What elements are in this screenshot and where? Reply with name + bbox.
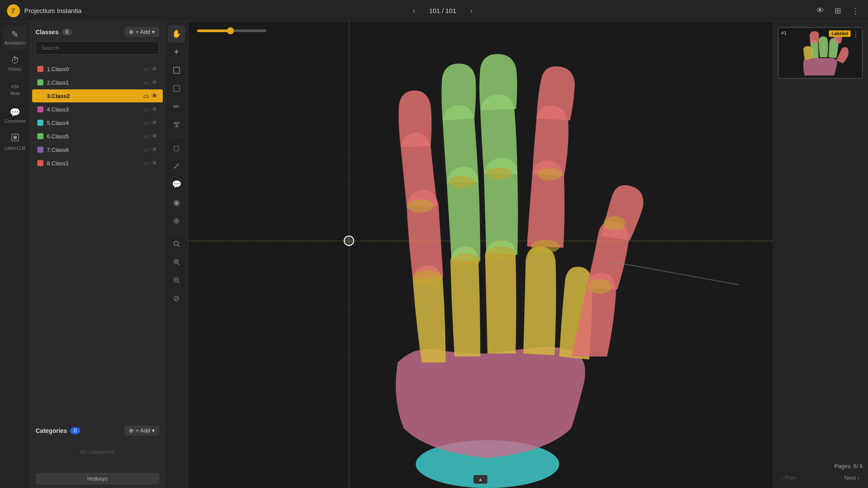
stamp-tool[interactable] xyxy=(168,116,185,134)
add-category-label: + Add xyxy=(135,427,150,434)
categories-title: Categories xyxy=(36,427,67,434)
thumbnail-badge: #1 xyxy=(781,30,786,36)
hotkeys-button[interactable]: Hotkeys xyxy=(36,473,159,485)
pages-info: Pages: 6/ 6 ‹ Prev Next › xyxy=(778,463,863,483)
class-actions: ▭ 👁 xyxy=(143,66,158,72)
image-slider[interactable] xyxy=(197,29,266,32)
hand-annotation-canvas[interactable] xyxy=(201,22,773,488)
class-list-item[interactable]: 1.Class0 ▭ 👁 xyxy=(32,62,163,75)
comments-icon: 💬 xyxy=(10,107,20,118)
class-shape-icon[interactable]: ▭ xyxy=(143,92,149,99)
annotation-label: Annotation xyxy=(5,41,26,46)
class-visibility-icon[interactable]: 👁 xyxy=(151,106,158,113)
svg-rect-3 xyxy=(174,67,180,73)
poly-tool[interactable] xyxy=(168,80,185,97)
svg-point-13 xyxy=(449,176,475,188)
canvas-area[interactable]: ▲ xyxy=(188,22,773,488)
globe-tool[interactable]: ◉ xyxy=(168,194,185,211)
class-actions: ▭ 👁 xyxy=(143,133,158,140)
class-name: 4.Class3 xyxy=(47,106,140,113)
class-shape-icon[interactable]: ▭ xyxy=(143,160,149,167)
thumbnail-container: #1 Labeled ⋮ xyxy=(778,27,863,79)
smart-tool[interactable]: ✦ xyxy=(168,43,185,61)
slider-track[interactable] xyxy=(197,29,266,32)
class-shape-icon[interactable]: ▭ xyxy=(143,146,149,153)
prev-page-button[interactable]: ‹ Prev xyxy=(778,473,800,483)
sidebar-item-history[interactable]: ⏱ History xyxy=(3,51,27,75)
pages-nav: ‹ Prev Next › xyxy=(778,473,863,483)
class-list-item[interactable]: 6.Class5 ▭ 👁 xyxy=(32,130,163,143)
class-list-item[interactable]: 2.Class1 ▭ 👁 xyxy=(32,76,163,89)
layout-icon[interactable]: ⊞ xyxy=(833,4,843,17)
class-actions: ▭ 👁 xyxy=(143,92,158,99)
class-list-item[interactable]: 4.Class3 ▭ 👁 xyxy=(32,103,163,116)
svg-point-10 xyxy=(413,270,443,285)
categories-header-left: Categories 0 xyxy=(36,427,80,434)
move-tool[interactable]: ⤢ xyxy=(168,157,185,175)
zoom-in2-tool[interactable] xyxy=(168,253,185,271)
class-visibility-icon[interactable]: 👁 xyxy=(151,133,158,140)
comments-label: Comments xyxy=(4,119,25,124)
sidebar-item-label-llm[interactable]: Label-LLM xyxy=(3,129,27,154)
classes-badge: 8 xyxy=(62,29,72,36)
hand-tool[interactable]: ✋ xyxy=(168,25,185,43)
add-category-button[interactable]: ⊕ + Add ▾ xyxy=(125,426,159,436)
class-shape-icon[interactable]: ▭ xyxy=(143,66,149,72)
chat-tool[interactable]: 💬 xyxy=(168,176,185,193)
brush-tool[interactable]: ✏ xyxy=(168,98,185,115)
class-visibility-icon[interactable]: 👁 xyxy=(151,146,158,153)
history-label: History xyxy=(8,67,22,72)
label-llm-label: Label-LLM xyxy=(5,146,25,151)
plus-icon: ⊕ xyxy=(129,29,134,35)
crosshair-tool[interactable]: ⊕ xyxy=(168,212,185,229)
disable-tool[interactable]: ⊘ xyxy=(168,290,185,307)
class-shape-icon[interactable]: ▭ xyxy=(143,133,149,140)
zoom-in-tool[interactable] xyxy=(168,235,185,252)
slider-fill xyxy=(197,29,228,32)
class-visibility-icon[interactable]: 👁 xyxy=(151,92,158,99)
toolbar-divider-2 xyxy=(170,232,184,233)
thumbnail-more-icon[interactable]: ⋮ xyxy=(852,30,859,39)
slider-thumb[interactable] xyxy=(227,27,234,34)
class-shape-icon[interactable]: ▭ xyxy=(143,106,149,113)
prev-image-button[interactable]: ‹ xyxy=(408,5,420,17)
class-list-item[interactable]: 8.Class1 ▭ 👁 xyxy=(32,157,163,170)
zoom-out-tool[interactable] xyxy=(168,272,185,289)
classes-panel: Classes 8 ⊕ + Add ▾ 1.Class0 ▭ 👁 2.Class… xyxy=(30,22,165,488)
chevron-down-icon: ▾ xyxy=(152,29,155,35)
label-llm-icon xyxy=(10,133,20,144)
class-list-item[interactable]: 3.Class2 ▭ 👁 xyxy=(32,89,163,102)
class-list-item[interactable]: 7.Class6 ▭ 👁 xyxy=(32,143,163,156)
toolbar: ✋ ✦ ✏ ◻ ⤢ 💬 ◉ ⊕ ⊘ xyxy=(165,22,188,488)
class-list-item[interactable]: 5.Class4 ▭ 👁 xyxy=(32,116,163,129)
next-page-button[interactable]: Next › xyxy=(841,473,863,483)
class-visibility-icon[interactable]: 👁 xyxy=(151,160,158,167)
class-actions: ▭ 👁 xyxy=(143,79,158,86)
class-shape-icon[interactable]: ▭ xyxy=(143,119,149,126)
sidebar-item-comments[interactable]: 💬 Comments xyxy=(3,103,27,128)
eraser-tool[interactable]: ◻ xyxy=(168,139,185,157)
toolbar-divider-1 xyxy=(170,136,184,137)
sidebar-item-annotation[interactable]: ✎ Annotation xyxy=(3,25,27,49)
more-icon[interactable]: ⋮ xyxy=(850,4,861,17)
svg-point-18 xyxy=(588,279,612,294)
collapse-button[interactable]: ▲ xyxy=(473,475,487,484)
class-shape-icon[interactable]: ▭ xyxy=(143,79,149,86)
class-visibility-icon[interactable]: 👁 xyxy=(151,79,158,86)
cat-plus-icon: ⊕ xyxy=(129,427,134,434)
svg-point-17 xyxy=(537,168,562,180)
eye-icon[interactable]: 👁 xyxy=(815,4,826,17)
hotkeys-bar: Hotkeys xyxy=(30,469,164,488)
search-input[interactable] xyxy=(36,41,159,55)
categories-header: Categories 0 ⊕ + Add ▾ xyxy=(36,426,159,436)
categories-section: Categories 0 ⊕ + Add ▾ No categories xyxy=(30,420,164,469)
next-image-button[interactable]: › xyxy=(465,5,477,17)
svg-point-16 xyxy=(531,240,560,253)
main-content: ✎ Annotation ⏱ History </> Meta 💬 Commen… xyxy=(0,22,868,488)
rect-tool[interactable] xyxy=(168,62,185,79)
class-color-swatch xyxy=(37,93,43,99)
sidebar-item-meta[interactable]: </> Meta xyxy=(3,77,27,102)
class-visibility-icon[interactable]: 👁 xyxy=(151,119,158,126)
add-class-button[interactable]: ⊕ + Add ▾ xyxy=(125,27,159,37)
class-visibility-icon[interactable]: 👁 xyxy=(151,66,158,72)
